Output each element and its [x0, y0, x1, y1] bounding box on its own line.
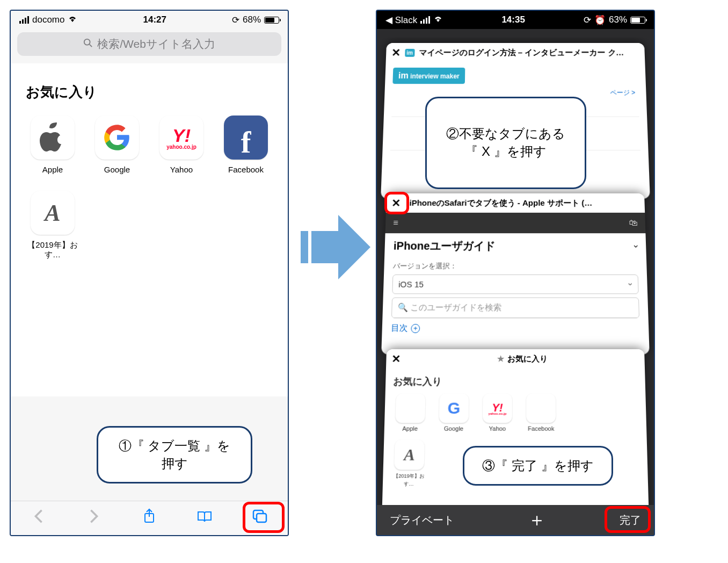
- wifi-icon: [433, 15, 443, 25]
- tab-card-2[interactable]: ✕ iPhoneのSafariでタブを使う - Apple サポート (… ≡ …: [381, 193, 650, 355]
- favorites-heading: お気に入り: [26, 83, 273, 102]
- apple-icon: [31, 116, 75, 160]
- favorites-grid: Apple Google Y! yahoo.co.jp Yahoo f Face…: [26, 116, 273, 259]
- apple-icon: [395, 393, 425, 423]
- generic-site-icon: A: [31, 191, 75, 235]
- bookmarks-button[interactable]: [191, 509, 218, 528]
- favorites-heading: お気に入り: [393, 375, 638, 388]
- status-bar: ◀ Slack 14:35 ⟳ ⏰ 63%: [377, 11, 654, 29]
- alarm-icon: ⏰: [594, 15, 606, 26]
- phone-safari-tabs: ◀ Slack 14:35 ⟳ ⏰ 63% ✕ im マイページのログイン方法 …: [376, 10, 655, 536]
- callout-step2: ②不要なタブにある 『 X 』を押す: [425, 97, 586, 189]
- favorite-google[interactable]: Google: [90, 116, 144, 175]
- favorite-yahoo[interactable]: Y!yahoo.co.jpYahoo: [479, 393, 515, 432]
- star-icon: ★: [497, 354, 504, 364]
- carrier-label: docomo: [32, 15, 64, 25]
- google-icon: [95, 116, 139, 160]
- highlight-close-x: [384, 192, 409, 214]
- private-button[interactable]: プライベート: [390, 513, 454, 528]
- phone-safari-start: docomo 14:27 ⟳ 68% 検索/Webサイト名入力 お気に入り Ap…: [10, 10, 289, 536]
- share-button[interactable]: [136, 508, 163, 528]
- menu-icon: ≡: [393, 218, 398, 228]
- back-to-app[interactable]: ◀ Slack: [385, 15, 417, 26]
- tab-title: マイページのログイン方法 – インタビューメーカー ク…: [419, 47, 624, 57]
- svg-line-1: [90, 45, 92, 47]
- rotation-lock-icon: ⟳: [232, 15, 239, 26]
- version-select[interactable]: iOS 15›: [392, 275, 638, 294]
- clock: 14:35: [501, 15, 525, 25]
- tab-title: iPhoneのSafariでタブを使う - Apple サポート (…: [409, 198, 592, 208]
- address-bar[interactable]: 検索/Webサイト名入力: [17, 32, 281, 56]
- svg-point-0: [84, 39, 90, 45]
- favorite-apple[interactable]: Apple: [26, 116, 79, 175]
- callout-step3: ③『 完了 』を押す: [463, 446, 613, 486]
- tab-favicon: im: [405, 48, 414, 56]
- favorite-label: Yahoo: [170, 165, 193, 175]
- callout-step1: ①『 タブ一覧 』を押す: [97, 426, 252, 483]
- favorite-2019[interactable]: A 【2019年】おす…: [26, 191, 79, 259]
- guide-title: iPhoneユーザガイド: [394, 239, 496, 254]
- tab-header: ✕ im マイページのログイン方法 – インタビューメーカー ク…: [386, 43, 645, 62]
- new-tab-button[interactable]: ＋: [528, 508, 546, 532]
- close-tab-button[interactable]: ✕: [391, 46, 401, 59]
- favorites-grid: Apple GGoogle Y!yahoo.co.jpYahoo fFacebo…: [392, 393, 639, 432]
- svg-marker-9: [338, 215, 370, 279]
- favorite-label: Apple: [42, 165, 63, 175]
- im-logo: im interview maker: [392, 68, 465, 84]
- facebook-icon: f: [526, 393, 556, 423]
- toc-link[interactable]: 目次 +: [391, 323, 640, 334]
- chevron-down-icon[interactable]: ›: [631, 244, 640, 247]
- battery-icon: [630, 17, 645, 24]
- forward-button[interactable]: [81, 509, 107, 528]
- arrow-icon: [301, 204, 370, 290]
- status-bar: docomo 14:27 ⟳ 68%: [11, 11, 288, 29]
- wifi-icon: [68, 15, 77, 25]
- clock: 14:27: [143, 15, 166, 25]
- favorite-label: 【2019年】おす…: [26, 240, 79, 259]
- svg-rect-7: [301, 231, 308, 263]
- search-icon: 🔍: [398, 302, 409, 312]
- generic-site-icon: A: [394, 439, 425, 470]
- tab-preview: ≡ 🛍 iPhoneユーザガイド › バージョンを選択： iOS 15› 🔍: [382, 213, 649, 340]
- yahoo-icon: Y! yahoo.co.jp: [159, 116, 203, 160]
- favorite-apple[interactable]: Apple: [392, 393, 429, 432]
- guide-search[interactable]: 🔍 このユーザガイドを検索: [391, 298, 639, 319]
- battery-icon: [264, 17, 279, 24]
- signal-icon: [420, 16, 430, 24]
- google-icon: G: [439, 393, 469, 423]
- battery-percent: 63%: [609, 15, 627, 25]
- signal-icon: [19, 16, 29, 24]
- facebook-icon: f: [224, 116, 268, 160]
- back-button[interactable]: [25, 509, 52, 528]
- highlight-done-button: [605, 506, 651, 533]
- favorite-facebook[interactable]: fFacebook: [523, 393, 559, 432]
- battery-percent: 68%: [243, 15, 261, 25]
- highlight-tabs-button: [243, 502, 285, 533]
- favorite-facebook[interactable]: f Facebook: [219, 116, 273, 175]
- address-placeholder: 検索/Webサイト名入力: [97, 37, 215, 52]
- rotation-lock-icon: ⟳: [584, 15, 591, 26]
- favorite-label: Google: [104, 165, 130, 175]
- tab-header: ✕ iPhoneのSafariでタブを使う - Apple サポート (…: [386, 193, 645, 213]
- search-icon: [83, 38, 93, 50]
- apple-nav: ≡ 🛍: [385, 213, 646, 233]
- favorite-yahoo[interactable]: Y! yahoo.co.jp Yahoo: [155, 116, 208, 175]
- plus-circle-icon: +: [411, 324, 420, 333]
- close-tab-button[interactable]: ✕: [391, 352, 401, 365]
- svg-rect-8: [311, 231, 338, 263]
- favorite-google[interactable]: GGoogle: [435, 393, 472, 432]
- favorite-2019[interactable]: A【2019年】おす…: [390, 439, 428, 488]
- bag-icon: 🛍: [629, 218, 638, 228]
- tab-header: ✕ ★ お気に入り: [386, 349, 645, 369]
- favorite-label: Facebook: [228, 165, 264, 175]
- tab-title: お気に入り: [507, 353, 547, 364]
- version-label: バージョンを選択：: [393, 261, 638, 271]
- yahoo-icon: Y!yahoo.co.jp: [483, 393, 512, 423]
- favorites-section: お気に入り Apple Google Y! yahoo.co.jp Yah: [11, 63, 288, 396]
